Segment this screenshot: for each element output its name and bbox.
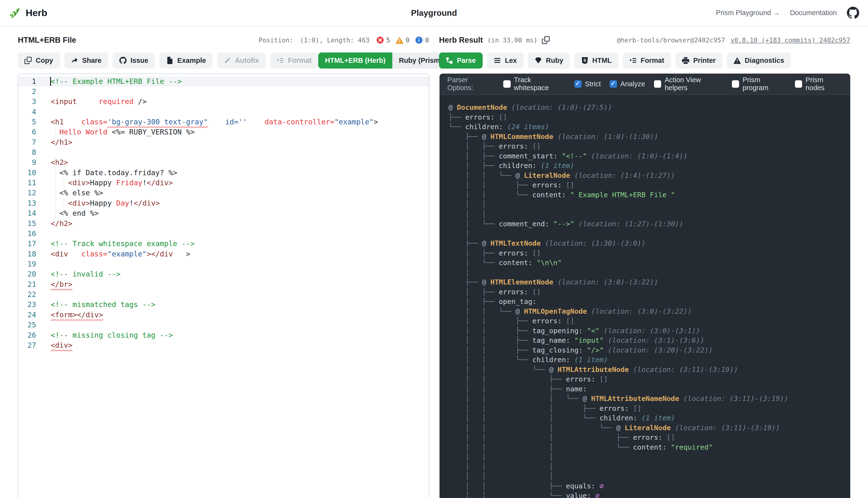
- line-number: 12: [18, 188, 44, 198]
- tree-segment: @: [616, 424, 624, 432]
- option-action-view-helpers[interactable]: Action View helpers: [654, 76, 723, 92]
- copy-icon: [24, 57, 31, 64]
- tree-segment: └──: [448, 123, 465, 131]
- code-line-content[interactable]: <h2>: [44, 157, 429, 168]
- line-number: 26: [18, 330, 44, 340]
- issue-button[interactable]: Issue: [113, 52, 155, 69]
- line-number: 9: [18, 157, 44, 168]
- tree-segment: │ │ └──: [448, 191, 532, 199]
- tree-segment: │ │ │ ├──: [448, 433, 633, 442]
- code-line-content[interactable]: <div>: [44, 340, 429, 350]
- position-value: (1:0), Length: 463: [300, 37, 370, 44]
- code-line-content[interactable]: [44, 147, 429, 157]
- tree-line: │ │ └── @ HTMLAttributeNode (location: (…: [448, 365, 841, 375]
- code-line-content[interactable]: <% if Date.today.friday? %>: [44, 168, 429, 178]
- code-line-content[interactable]: <% end %>: [44, 208, 429, 218]
- share-button[interactable]: Share: [64, 52, 108, 69]
- page-title: Playground: [411, 8, 457, 18]
- code-line-content[interactable]: [44, 289, 429, 300]
- code-editor[interactable]: 1<!-- Example HTML+ERB File -->2 3<input…: [18, 74, 429, 350]
- code-line-content[interactable]: <% else %>: [44, 188, 429, 198]
- lex-button[interactable]: Lex: [487, 52, 523, 69]
- tree-segment: []: [532, 288, 541, 296]
- html-button[interactable]: 5HTML: [575, 52, 618, 69]
- tree-segment: HTMLAttributeNode: [557, 366, 633, 374]
- example-button[interactable]: Example: [159, 52, 213, 69]
- code-line-content[interactable]: [44, 107, 429, 117]
- parse-tree-output[interactable]: @ DocumentNode (location: (1:0)-(27:5))├…: [439, 95, 850, 498]
- code-token: =: [103, 118, 107, 126]
- prism-playground-link[interactable]: Prism Playground →: [716, 9, 780, 17]
- printer-button[interactable]: Printer: [675, 52, 722, 69]
- code-line-content[interactable]: <!-- Track whitespace example -->: [44, 239, 429, 249]
- code-line-content[interactable]: <div>Happy Friday!</div>: [44, 178, 429, 188]
- code-line-content[interactable]: <!-- invalid -->: [44, 269, 429, 279]
- code-token: </div>: [147, 179, 173, 187]
- format-icon: [630, 57, 637, 64]
- code-line: 11 <div>Happy Friday!</div>: [18, 178, 429, 188]
- checkbox-checked-icon[interactable]: [575, 80, 582, 88]
- source-mode-toggle: HTML+ERB (Herb)Ruby (Prism): [318, 52, 449, 69]
- code-line-content[interactable]: <!-- mismatched tags -->: [44, 300, 429, 310]
- diagnostics-button[interactable]: Diagnostics: [727, 52, 791, 69]
- tree-segment: LiteralNode: [624, 424, 675, 432]
- parse-button[interactable]: Parse: [439, 52, 483, 69]
- tree-line: │ │ ├── errors: []: [448, 316, 841, 326]
- version-link[interactable]: v0.8.10 (+183 commits) 2402c957: [731, 37, 850, 44]
- code-editor-panel[interactable]: 1<!-- Example HTML+ERB File -->2 3<input…: [18, 74, 430, 498]
- code-token: <div>: [68, 199, 90, 207]
- tree-line: │ │ └── content: " Example HTML+ERB File…: [448, 190, 841, 200]
- line-number: 23: [18, 300, 44, 310]
- code-line-content[interactable]: </br>: [44, 279, 429, 289]
- code-line-content[interactable]: <form></div>: [44, 310, 429, 320]
- code-line-content[interactable]: [44, 228, 429, 239]
- code-line-content[interactable]: [44, 259, 429, 269]
- code-token: Hello World: [60, 128, 107, 136]
- format-button[interactable]: Format: [270, 52, 318, 69]
- checkbox-unchecked-icon[interactable]: [503, 80, 511, 88]
- code-line-content[interactable]: [44, 87, 429, 96]
- code-line-content[interactable]: <div>Happy Day!</div>: [44, 198, 429, 208]
- code-line-content[interactable]: <input required />: [44, 96, 429, 107]
- code-line-content[interactable]: <h1 class='bg-gray-300 text-gray" id='' …: [44, 117, 429, 127]
- tree-line: │ │ │ └── content: "required": [448, 442, 841, 452]
- documentation-link[interactable]: Documentation: [790, 9, 837, 17]
- format-button[interactable]: Format: [623, 52, 671, 69]
- tree-segment: │ │ ├──: [448, 385, 566, 393]
- checkbox-unchecked-icon[interactable]: [732, 80, 739, 88]
- tree-segment: ├──: [448, 132, 482, 141]
- code-token: 'bg-gray-300 text-gray": [107, 118, 208, 126]
- code-line: 12 <% else %>: [18, 188, 429, 198]
- option-analyze[interactable]: Analyze: [610, 80, 645, 88]
- code-line-content[interactable]: Hello World <%= RUBY_VERSION %>: [44, 127, 429, 137]
- svg-text:5: 5: [583, 58, 586, 63]
- autofix-button[interactable]: Autofix: [217, 52, 266, 69]
- code-line-content[interactable]: </h2>: [44, 219, 429, 228]
- checkbox-checked-icon[interactable]: [610, 80, 617, 88]
- copy-result-icon[interactable]: [542, 36, 550, 44]
- line-number: 4: [18, 107, 44, 117]
- code-token: Happy: [90, 179, 116, 187]
- checkbox-unchecked-icon[interactable]: [795, 80, 802, 88]
- code-line-content[interactable]: [44, 320, 429, 330]
- option-strict[interactable]: Strict: [575, 80, 601, 88]
- option-prism-nodes[interactable]: Prism nodes: [795, 76, 842, 92]
- tree-segment: HTMLAttributeNameNode: [591, 394, 683, 403]
- checkbox-unchecked-icon[interactable]: [654, 80, 661, 88]
- option-prism-program[interactable]: Prism program: [732, 76, 786, 92]
- code-line-content[interactable]: </h1>: [44, 137, 429, 147]
- tree-segment: (location: (1:4)-(1:27)): [574, 171, 675, 180]
- option-track-whitespace[interactable]: Track whitespace: [503, 76, 565, 92]
- mode-html-erb-herb--button[interactable]: HTML+ERB (Herb): [318, 52, 392, 69]
- github-icon[interactable]: [847, 7, 859, 19]
- ruby-button[interactable]: Ruby: [528, 52, 570, 69]
- code-line-content[interactable]: <div class="example"></div >: [44, 249, 429, 259]
- code-line-content[interactable]: <!-- missing closing tag -->: [44, 330, 429, 340]
- tree-segment: (location: (1:0)-(1:30)): [557, 132, 658, 141]
- tree-segment: "<!--": [562, 152, 591, 160]
- line-number: 3: [18, 96, 44, 107]
- copy-button[interactable]: Copy: [18, 52, 60, 69]
- tree-segment: (location: (3:11)-(3:19)): [675, 424, 780, 432]
- code-line-content[interactable]: <!-- Example HTML+ERB File -->: [44, 77, 429, 87]
- brand: Herb: [9, 7, 47, 19]
